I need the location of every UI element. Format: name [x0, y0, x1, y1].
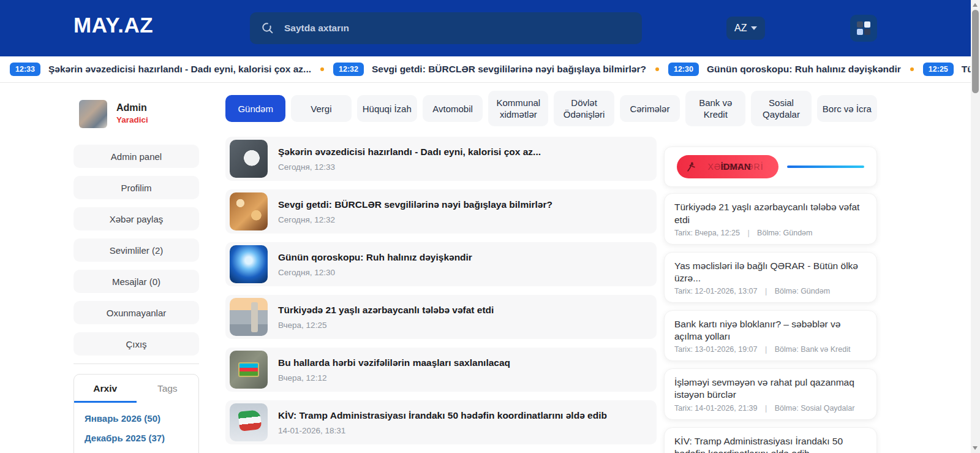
- news-title[interactable]: Sevgi getdi: BÜRCLƏR sevgililərinə nəyi …: [278, 199, 552, 210]
- news-thumbnail: [230, 245, 268, 283]
- aside-news-card[interactable]: Türkiyədə 21 yaşlı azərbaycanlı tələbə v…: [664, 193, 877, 244]
- category-tab[interactable]: Avtomobil: [423, 95, 483, 122]
- category-tab[interactable]: Cərimələr: [620, 95, 680, 122]
- aside-news-card[interactable]: Yas məclisləri ilə bağlı QƏRAR - Bütün ö…: [664, 252, 877, 303]
- news-time: 14-01-2026, 18:31: [278, 426, 607, 435]
- news-thumbnail: [230, 403, 268, 441]
- ticker-headline[interactable]: Türkiyədə 21 yaşlı azərbaycanlı tələbə v…: [962, 64, 971, 75]
- aside-news-title[interactable]: Yas məclisləri ilə bağlı QƏRAR - Bütün ö…: [674, 260, 867, 284]
- news-card[interactable]: KİV: Tramp Administrasiyası İrandakı 50 …: [225, 400, 657, 444]
- sidebar-menu-item[interactable]: Xəbər paylaş: [74, 207, 199, 230]
- news-thumbnail: [230, 351, 268, 389]
- news-time: Сегодня, 12:33: [278, 162, 541, 172]
- avatar[interactable]: [79, 100, 107, 128]
- site-logo[interactable]: MAY.AZ: [74, 13, 153, 37]
- category-tab[interactable]: Gündəm: [225, 95, 285, 122]
- scroll-down-arrow-icon[interactable]: [973, 446, 978, 450]
- ticker-item[interactable]: 12:32 Sevgi getdi: BÜRCLƏR sevgililərinə…: [333, 63, 668, 76]
- scrollbar-thumb[interactable]: [972, 10, 979, 93]
- user-card: Admin Yaradici: [74, 100, 199, 128]
- sidebar-menu-item[interactable]: Admin panel: [74, 145, 199, 168]
- ticker-item[interactable]: 12:33 Şəkərin əvəzedicisi hazırlandı - D…: [10, 63, 333, 76]
- sidebar-menu-item[interactable]: Sevimliler (2): [74, 238, 199, 262]
- search-input[interactable]: [283, 22, 631, 34]
- sidebar-menu-item[interactable]: Mesajlar (0): [74, 270, 199, 293]
- scrollbar[interactable]: [971, 0, 980, 453]
- aside-news-meta: Tarix: 13-01-2026, 19:07 | Bölmə: Bank v…: [674, 345, 867, 354]
- news-list: Şəkərin əvəzedicisi hazırlandı - Dadı ey…: [225, 137, 657, 453]
- news-card[interactable]: Sevgi getdi: BÜRCLƏR sevgililərinə nəyi …: [225, 189, 657, 234]
- search-icon: [261, 21, 274, 35]
- archive-month-link[interactable]: Декабрь 2025 (37): [85, 433, 198, 443]
- progress-line: [787, 166, 864, 168]
- sports-pill: XƏBƏRLƏRİ İDMAN: [677, 155, 778, 178]
- scroll-up-arrow-icon[interactable]: [973, 3, 978, 7]
- archive-month-link[interactable]: Январь 2026 (50): [85, 413, 198, 424]
- aside-news-meta: Tarix: 12-01-2026, 13:07 | Bölmə: Gündəm: [674, 287, 867, 295]
- category-tab[interactable]: Sosial Qaydalar: [751, 91, 811, 126]
- news-title[interactable]: Şəkərin əvəzedicisi hazırlandı - Dadı ey…: [278, 147, 541, 158]
- aside-news-title[interactable]: İşləməyi sevməyən və rahat pul qazanmaq …: [674, 376, 867, 401]
- category-tab[interactable]: Dövlət Ödənişləri: [554, 91, 614, 126]
- category-tab[interactable]: Bank və Kredit: [685, 91, 745, 126]
- aside-news-card[interactable]: KİV: Tramp Administrasiyası İrandakı 50 …: [664, 427, 877, 453]
- news-card[interactable]: Bu hallarda hərbi vəzifəlilərin maaşları…: [225, 348, 657, 392]
- runner-icon: [685, 161, 696, 172]
- sports-banner[interactable]: XƏBƏRLƏRİ İDMAN: [664, 147, 877, 187]
- category-tab-label: Borc və İcra: [823, 103, 872, 115]
- category-tab[interactable]: Kommunal xidmətlər: [488, 91, 548, 126]
- separator-dot-icon: [910, 67, 914, 71]
- apps-button[interactable]: [850, 15, 877, 42]
- news-card[interactable]: Günün qoroskopu: Ruh halınız dəyişkəndir…: [225, 242, 657, 286]
- sports-banner-text: XƏBƏRLƏRİ İDMAN: [701, 161, 770, 173]
- archive-tab[interactable]: Arxiv: [74, 383, 137, 403]
- ticker-headline[interactable]: Günün qoroskopu: Ruh halınız dəyişkəndir: [707, 64, 901, 75]
- site-search[interactable]: [250, 12, 642, 44]
- aside-news-card[interactable]: Bank kartı niyə bloklanır? – səbəblər və…: [664, 310, 877, 361]
- news-title[interactable]: Türkiyədə 21 yaşlı azərbaycanlı tələbə v…: [278, 305, 494, 316]
- time-badge: 12:25: [923, 63, 954, 76]
- language-button[interactable]: AZ: [726, 17, 765, 40]
- category-tab-label: Vergi: [311, 103, 331, 115]
- sidebar-menu-item[interactable]: Çıxış: [74, 332, 199, 356]
- news-title[interactable]: KİV: Tramp Administrasiyası İrandakı 50 …: [278, 410, 607, 421]
- news-thumbnail: [230, 192, 268, 230]
- sidebar-menu-item[interactable]: Profilim: [74, 176, 199, 199]
- sidebar-menu-label: Sevimliler (2): [110, 245, 164, 256]
- news-card[interactable]: Şəkərin əvəzedicisi hazırlandı - Dadı ey…: [225, 137, 657, 181]
- category-tab-label: Gündəm: [238, 103, 273, 115]
- aside-news-card[interactable]: İşləməyi sevməyən və rahat pul qazanmaq …: [664, 368, 877, 419]
- ticker-headline[interactable]: Şəkərin əvəzedicisi hazırlandı - Dadı ey…: [48, 64, 311, 75]
- ticker-headline[interactable]: Sevgi getdi: BÜRCLƏR sevgililərinə nəyi …: [372, 64, 646, 75]
- category-tab[interactable]: Vergi: [291, 95, 351, 122]
- aside-news-title[interactable]: Bank kartı niyə bloklanır? – səbəblər və…: [674, 318, 867, 343]
- archive-month-list: Январь 2026 (50) Декабрь 2025 (37): [74, 403, 198, 453]
- category-tab[interactable]: Hüquqi İzah: [357, 95, 417, 122]
- news-time: Сегодня, 12:32: [278, 215, 552, 224]
- main-content: Gündəm Vergi Hüquqi İzah Avtomobil Kommu…: [225, 91, 877, 453]
- sidebar-menu-label: Admin panel: [111, 151, 162, 162]
- news-card[interactable]: Türkiyədə 21 yaşlı azərbaycanlı tələbə v…: [225, 295, 657, 339]
- archive-tab[interactable]: Tags: [137, 383, 199, 403]
- sidebar-menu: Admin panel Profilim Xəbər paylaş Seviml…: [74, 145, 199, 356]
- news-time: Вчера, 12:25: [278, 321, 494, 330]
- category-tab-label: Sosial Qaydalar: [754, 97, 808, 120]
- archive-tab-label: Arxiv: [93, 383, 117, 394]
- news-time: Вчера, 12:12: [278, 373, 510, 383]
- archive-tabs: Arxiv Tags: [74, 383, 198, 403]
- ticker-item[interactable]: 12:25 Türkiyədə 21 yaşlı azərbaycanlı tə…: [923, 63, 971, 76]
- right-sidebar: XƏBƏRLƏRİ İDMAN Türkiyədə 21 yaşlı azərb…: [664, 137, 877, 453]
- divider: [74, 364, 199, 364]
- sidebar-menu-item[interactable]: Oxunmayanlar: [74, 301, 199, 324]
- news-title[interactable]: Bu hallarda hərbi vəzifəlilərin maaşları…: [278, 357, 510, 368]
- news-title[interactable]: Günün qoroskopu: Ruh halınız dəyişkəndir: [278, 252, 472, 263]
- category-tab-label: Avtomobil: [432, 103, 473, 115]
- aside-news-meta: Tarix: 14-01-2026, 21:39 | Bölmə: Sosial…: [674, 404, 867, 413]
- aside-news-title[interactable]: Türkiyədə 21 yaşlı azərbaycanlı tələbə v…: [674, 201, 867, 226]
- news-thumbnail: [230, 298, 268, 336]
- news-thumbnail: [230, 140, 268, 178]
- aside-news-title[interactable]: KİV: Tramp Administrasiyası İrandakı 50 …: [674, 435, 867, 453]
- grid-icon: [857, 21, 870, 35]
- ticker-item[interactable]: 12:30 Günün qoroskopu: Ruh halınız dəyiş…: [668, 63, 923, 76]
- category-tab[interactable]: Borc və İcra: [817, 95, 877, 122]
